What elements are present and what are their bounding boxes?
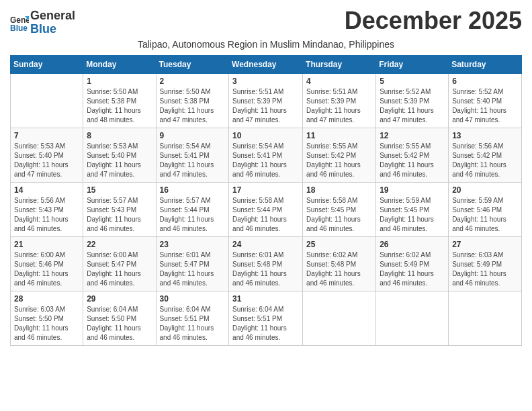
- day-number: 8: [87, 131, 152, 140]
- calendar-cell: 9Sunrise: 5:54 AM Sunset: 5:41 PM Daylig…: [156, 128, 229, 182]
- day-number: 13: [452, 131, 518, 140]
- calendar-cell: 3Sunrise: 5:51 AM Sunset: 5:39 PM Daylig…: [229, 73, 303, 128]
- calendar-cell: 4Sunrise: 5:51 AM Sunset: 5:39 PM Daylig…: [303, 73, 376, 128]
- calendar-cell: 8Sunrise: 5:53 AM Sunset: 5:40 PM Daylig…: [83, 128, 156, 182]
- calendar-cell: 23Sunrise: 6:01 AM Sunset: 5:47 PM Dayli…: [156, 236, 229, 291]
- calendar-cell: 25Sunrise: 6:02 AM Sunset: 5:48 PM Dayli…: [303, 236, 376, 291]
- day-number: 19: [380, 185, 445, 195]
- day-info: Sunrise: 5:50 AM Sunset: 5:38 PM Dayligh…: [160, 87, 226, 125]
- day-number: 9: [160, 131, 226, 140]
- logo-icon: General Blue: [10, 13, 29, 32]
- day-info: Sunrise: 5:58 AM Sunset: 5:44 PM Dayligh…: [232, 196, 299, 234]
- day-info: Sunrise: 5:56 AM Sunset: 5:42 PM Dayligh…: [452, 142, 518, 179]
- calendar-cell: 28Sunrise: 6:03 AM Sunset: 5:50 PM Dayli…: [11, 291, 83, 345]
- day-info: Sunrise: 5:58 AM Sunset: 5:45 PM Dayligh…: [306, 196, 372, 234]
- calendar-cell: [303, 291, 376, 345]
- month-title: December 2025: [345, 7, 522, 35]
- day-info: Sunrise: 6:03 AM Sunset: 5:50 PM Dayligh…: [14, 305, 79, 342]
- day-info: Sunrise: 5:53 AM Sunset: 5:40 PM Dayligh…: [87, 142, 152, 179]
- day-number: 18: [306, 185, 372, 195]
- day-number: 6: [452, 77, 518, 86]
- calendar-week-2: 7Sunrise: 5:53 AM Sunset: 5:40 PM Daylig…: [11, 128, 522, 182]
- day-header-wednesday: Wednesday: [229, 55, 303, 73]
- day-info: Sunrise: 6:02 AM Sunset: 5:48 PM Dayligh…: [306, 250, 372, 288]
- day-header-tuesday: Tuesday: [156, 55, 229, 73]
- day-header-sunday: Sunday: [11, 55, 83, 73]
- day-info: Sunrise: 6:04 AM Sunset: 5:51 PM Dayligh…: [232, 305, 299, 342]
- calendar-cell: 10Sunrise: 5:54 AM Sunset: 5:41 PM Dayli…: [229, 128, 303, 182]
- day-number: 16: [160, 185, 226, 195]
- calendar-cell: 31Sunrise: 6:04 AM Sunset: 5:51 PM Dayli…: [229, 291, 303, 345]
- calendar-cell: 21Sunrise: 6:00 AM Sunset: 5:46 PM Dayli…: [11, 236, 83, 291]
- calendar-cell: 13Sunrise: 5:56 AM Sunset: 5:42 PM Dayli…: [449, 128, 522, 182]
- day-number: 11: [306, 131, 372, 140]
- day-number: 4: [306, 77, 372, 86]
- day-number: 12: [380, 131, 445, 140]
- day-info: Sunrise: 5:51 AM Sunset: 5:39 PM Dayligh…: [232, 87, 299, 125]
- day-number: 29: [87, 294, 152, 304]
- day-number: 17: [232, 185, 299, 195]
- header-row: SundayMondayTuesdayWednesdayThursdayFrid…: [11, 55, 522, 73]
- day-info: Sunrise: 5:57 AM Sunset: 5:44 PM Dayligh…: [160, 196, 226, 234]
- calendar-cell: 11Sunrise: 5:55 AM Sunset: 5:42 PM Dayli…: [303, 128, 376, 182]
- calendar-cell: 12Sunrise: 5:55 AM Sunset: 5:42 PM Dayli…: [376, 128, 449, 182]
- day-header-thursday: Thursday: [303, 55, 376, 73]
- calendar-cell: 18Sunrise: 5:58 AM Sunset: 5:45 PM Dayli…: [303, 182, 376, 236]
- day-info: Sunrise: 5:50 AM Sunset: 5:38 PM Dayligh…: [87, 87, 152, 125]
- day-info: Sunrise: 6:01 AM Sunset: 5:47 PM Dayligh…: [160, 250, 226, 288]
- day-number: 31: [232, 294, 299, 304]
- calendar-week-4: 21Sunrise: 6:00 AM Sunset: 5:46 PM Dayli…: [11, 236, 522, 291]
- day-number: 3: [232, 77, 299, 86]
- calendar-cell: [11, 73, 83, 128]
- calendar-table: SundayMondayTuesdayWednesdayThursdayFrid…: [10, 55, 522, 346]
- day-number: 21: [14, 240, 79, 249]
- calendar-week-1: 1Sunrise: 5:50 AM Sunset: 5:38 PM Daylig…: [11, 73, 522, 128]
- calendar-cell: 5Sunrise: 5:52 AM Sunset: 5:39 PM Daylig…: [376, 73, 449, 128]
- calendar-cell: 6Sunrise: 5:52 AM Sunset: 5:40 PM Daylig…: [449, 73, 522, 128]
- calendar-week-5: 28Sunrise: 6:03 AM Sunset: 5:50 PM Dayli…: [11, 291, 522, 345]
- calendar-cell: 1Sunrise: 5:50 AM Sunset: 5:38 PM Daylig…: [83, 73, 156, 128]
- day-number: 2: [160, 77, 226, 86]
- day-info: Sunrise: 6:03 AM Sunset: 5:49 PM Dayligh…: [452, 250, 518, 288]
- day-info: Sunrise: 5:54 AM Sunset: 5:41 PM Dayligh…: [160, 142, 226, 179]
- day-info: Sunrise: 6:02 AM Sunset: 5:49 PM Dayligh…: [380, 250, 445, 288]
- day-number: 30: [160, 294, 226, 304]
- calendar-cell: 26Sunrise: 6:02 AM Sunset: 5:49 PM Dayli…: [376, 236, 449, 291]
- day-number: 1: [87, 77, 152, 86]
- day-info: Sunrise: 5:59 AM Sunset: 5:45 PM Dayligh…: [380, 196, 445, 234]
- calendar-cell: 27Sunrise: 6:03 AM Sunset: 5:49 PM Dayli…: [449, 236, 522, 291]
- calendar-cell: [449, 291, 522, 345]
- calendar-body: 1Sunrise: 5:50 AM Sunset: 5:38 PM Daylig…: [11, 73, 522, 345]
- day-number: 14: [14, 185, 79, 195]
- day-info: Sunrise: 5:52 AM Sunset: 5:39 PM Dayligh…: [380, 87, 445, 125]
- day-number: 7: [14, 131, 79, 140]
- day-info: Sunrise: 5:59 AM Sunset: 5:46 PM Dayligh…: [452, 196, 518, 234]
- day-info: Sunrise: 5:53 AM Sunset: 5:40 PM Dayligh…: [14, 142, 79, 179]
- calendar-cell: 22Sunrise: 6:00 AM Sunset: 5:47 PM Dayli…: [83, 236, 156, 291]
- day-info: Sunrise: 5:55 AM Sunset: 5:42 PM Dayligh…: [306, 142, 372, 179]
- day-number: 5: [380, 77, 445, 86]
- day-number: 27: [452, 240, 518, 249]
- calendar-cell: 30Sunrise: 6:04 AM Sunset: 5:51 PM Dayli…: [156, 291, 229, 345]
- day-info: Sunrise: 5:54 AM Sunset: 5:41 PM Dayligh…: [232, 142, 299, 179]
- day-header-saturday: Saturday: [449, 55, 522, 73]
- svg-text:Blue: Blue: [10, 24, 28, 32]
- calendar-cell: 14Sunrise: 5:56 AM Sunset: 5:43 PM Dayli…: [11, 182, 83, 236]
- calendar-cell: 17Sunrise: 5:58 AM Sunset: 5:44 PM Dayli…: [229, 182, 303, 236]
- calendar-cell: [376, 291, 449, 345]
- day-number: 22: [87, 240, 152, 249]
- calendar-subtitle: Talipao, Autonomous Region in Muslim Min…: [10, 39, 522, 50]
- day-info: Sunrise: 6:01 AM Sunset: 5:48 PM Dayligh…: [232, 250, 299, 288]
- day-number: 15: [87, 185, 152, 195]
- day-number: 23: [160, 240, 226, 249]
- day-info: Sunrise: 5:51 AM Sunset: 5:39 PM Dayligh…: [306, 87, 372, 125]
- page-header: General Blue General Blue December 2025: [10, 7, 522, 36]
- calendar-cell: 20Sunrise: 5:59 AM Sunset: 5:46 PM Dayli…: [449, 182, 522, 236]
- day-info: Sunrise: 5:56 AM Sunset: 5:43 PM Dayligh…: [14, 196, 79, 234]
- calendar-cell: 15Sunrise: 5:57 AM Sunset: 5:43 PM Dayli…: [83, 182, 156, 236]
- logo: General Blue General Blue: [10, 9, 75, 36]
- day-number: 20: [452, 185, 518, 195]
- calendar-header: SundayMondayTuesdayWednesdayThursdayFrid…: [11, 55, 522, 73]
- day-header-monday: Monday: [83, 55, 156, 73]
- day-info: Sunrise: 5:55 AM Sunset: 5:42 PM Dayligh…: [380, 142, 445, 179]
